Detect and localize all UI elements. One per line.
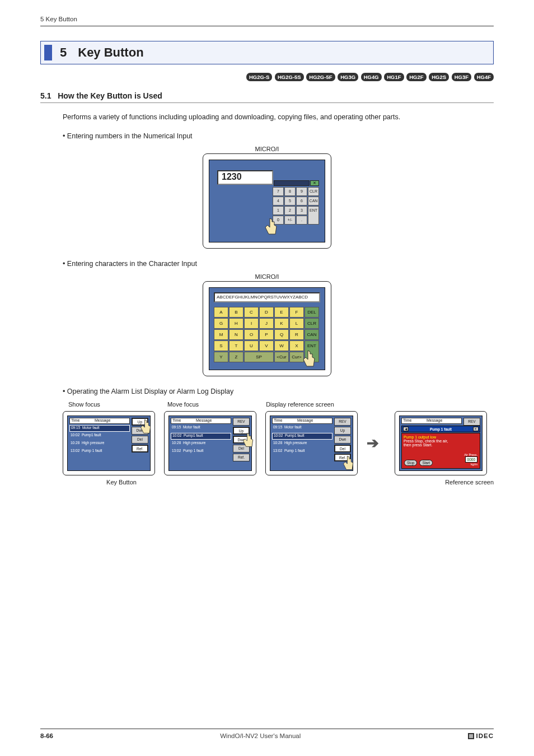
device-character-input: ABCDEFGHIJKLMNOPQRSTUVWXYZABCD A B C D E… xyxy=(203,281,331,376)
page-footer: 8-66 WindO/I-NV2 User's Manual IDEC xyxy=(40,729,494,739)
key-CAN[interactable]: CAN xyxy=(305,329,319,340)
key-V[interactable]: V xyxy=(259,340,274,351)
key-5[interactable]: 5 xyxy=(284,197,296,206)
key-SP[interactable]: SP xyxy=(244,352,274,362)
alarm-device-2: Time Message REV Up Dwn Del Ref. 09:15 M… xyxy=(164,411,256,475)
alarm-row-4[interactable]: 13:02 Pump 1 fault xyxy=(171,449,231,455)
btn-stop[interactable]: Stop xyxy=(404,460,417,466)
alarm-row-3[interactable]: 10:28 High pressure xyxy=(272,441,332,447)
key-W[interactable]: W xyxy=(274,340,289,351)
ref-line1: Pump 1 output low xyxy=(404,435,478,439)
badge: HG4G xyxy=(361,73,382,81)
chapter-tab-decoration xyxy=(44,45,52,60)
key-9[interactable]: 9 xyxy=(296,187,307,196)
hdr-message: Message xyxy=(196,418,212,422)
idec-logo: IDEC xyxy=(468,732,494,739)
key-B[interactable]: B xyxy=(229,307,243,318)
character-display: ABCDEFGHIJKLMNOPQRSTUVWXYZABCD xyxy=(214,292,320,302)
reference-screen-device: Time Message REV ◀ Pump 1 fault ✕ Pump 1… xyxy=(395,411,487,475)
key-T[interactable]: T xyxy=(229,340,243,351)
key-F[interactable]: F xyxy=(289,307,304,318)
bullet-num-input: Entering numbers in the Numerical Input xyxy=(63,132,494,140)
key-U[interactable]: U xyxy=(244,340,259,351)
key-can[interactable]: CAN xyxy=(308,197,319,206)
badge: HG2G-5S xyxy=(275,73,304,81)
key-L[interactable]: L xyxy=(289,318,304,329)
hdr-message: Message xyxy=(95,418,110,422)
alarm-row-3[interactable]: 10:28 High pressure xyxy=(171,441,231,447)
alarm-row-3[interactable]: 10:28 High pressure xyxy=(69,441,130,447)
key-6[interactable]: 6 xyxy=(296,197,307,206)
key-ent[interactable]: ENT xyxy=(308,206,319,225)
key-N[interactable]: N xyxy=(229,329,243,340)
key-Q[interactable]: Q xyxy=(274,329,289,340)
key-A[interactable]: A xyxy=(214,307,228,318)
key-3[interactable]: 3 xyxy=(296,206,307,215)
key-7[interactable]: 7 xyxy=(273,187,284,196)
key-DEL[interactable]: DEL xyxy=(305,307,319,318)
key-clr[interactable]: CLR xyxy=(308,187,319,196)
key-1[interactable]: 1 xyxy=(273,206,284,215)
btn-ref[interactable]: Ref. xyxy=(132,445,148,452)
key-O[interactable]: O xyxy=(244,329,259,340)
key-cur-left[interactable]: <Cur xyxy=(274,352,289,362)
key-E[interactable]: E xyxy=(274,307,289,318)
manual-name: WindO/I-NV2 User's Manual xyxy=(220,732,301,739)
key-K[interactable]: K xyxy=(274,318,289,329)
close-icon[interactable]: ✕ xyxy=(310,180,319,186)
alarm-row-1[interactable]: 09:15 Motor fault xyxy=(69,425,130,432)
key-P[interactable]: P xyxy=(259,329,274,340)
section-title: How the Key Button is Used xyxy=(58,91,162,100)
chapter-title: Key Button xyxy=(78,45,143,60)
label-show-focus: Show focus xyxy=(68,401,100,408)
key-dot[interactable]: . xyxy=(296,216,307,225)
key-Y[interactable]: Y xyxy=(214,352,228,362)
chapter-number: 5 xyxy=(60,45,67,60)
key-CLR[interactable]: CLR xyxy=(305,318,319,329)
btn-del[interactable]: Del xyxy=(334,445,351,452)
key-C[interactable]: C xyxy=(244,307,259,318)
alarm-row-2[interactable]: 10:02 Pump1 fault xyxy=(69,433,130,440)
key-plusminus[interactable]: +/- xyxy=(284,216,296,225)
key-8[interactable]: 8 xyxy=(284,187,296,196)
btn-start[interactable]: Start xyxy=(419,460,433,466)
btn-up[interactable]: Up xyxy=(334,427,351,435)
micro-label: MICRO/I xyxy=(203,146,331,152)
key-M[interactable]: M xyxy=(214,329,228,340)
key-S[interactable]: S xyxy=(214,340,228,351)
key-I[interactable]: I xyxy=(244,318,259,329)
btn-ref[interactable]: Ref. xyxy=(233,454,250,461)
micro-label: MICRO/I xyxy=(203,273,331,280)
key-4[interactable]: 4 xyxy=(273,197,284,206)
key-R[interactable]: R xyxy=(289,329,304,340)
hand-pointer-icon xyxy=(139,418,153,437)
btn-rev[interactable]: REV xyxy=(233,418,250,426)
key-D[interactable]: D xyxy=(259,307,274,318)
key-Z[interactable]: Z xyxy=(229,352,243,362)
back-icon[interactable]: ◀ xyxy=(403,427,409,431)
key-J[interactable]: J xyxy=(259,318,274,329)
ref-line2: Press Stop, check the air, xyxy=(404,439,478,443)
logo-text: IDEC xyxy=(476,732,494,739)
alarm-row-4[interactable]: 13:02 Pump 1 fault xyxy=(272,449,332,455)
key-G[interactable]: G xyxy=(214,318,228,329)
alarm-row-2[interactable]: 10:02 Pump1 fault xyxy=(272,433,332,440)
alarm-row-2[interactable]: 10:02 Pump1 fault xyxy=(171,433,231,440)
alarm-row-1[interactable]: 09:15 Motor fault xyxy=(171,425,231,432)
alarm-illustration-row: Time Message Up Dwn Del Ref. 09:15 Motor… xyxy=(63,411,494,475)
btn-rev[interactable]: REV xyxy=(334,418,351,426)
key-H[interactable]: H xyxy=(229,318,243,329)
hand-pointer-icon xyxy=(263,217,280,239)
btn-rev-mini[interactable]: REV xyxy=(463,418,480,426)
caption-reference-screen: Reference screen xyxy=(180,479,494,486)
ref-title: Pump 1 fault xyxy=(430,427,452,431)
alarm-device-1: Time Message Up Dwn Del Ref. 09:15 Motor… xyxy=(63,411,155,475)
section-number: 5.1 xyxy=(40,91,51,100)
alarm-row-4[interactable]: 13:02 Pump 1 fault xyxy=(69,449,130,455)
logo-square-icon xyxy=(468,733,474,739)
close-icon[interactable]: ✕ xyxy=(473,427,479,431)
btn-dwn[interactable]: Dwn xyxy=(334,436,351,444)
key-2[interactable]: 2 xyxy=(284,206,296,215)
alarm-row-1[interactable]: 09:15 Motor fault xyxy=(272,425,332,432)
device-numeric-input: 1230 ✕ 7 8 9 CLR 4 5 6 CAN 1 xyxy=(203,153,331,249)
